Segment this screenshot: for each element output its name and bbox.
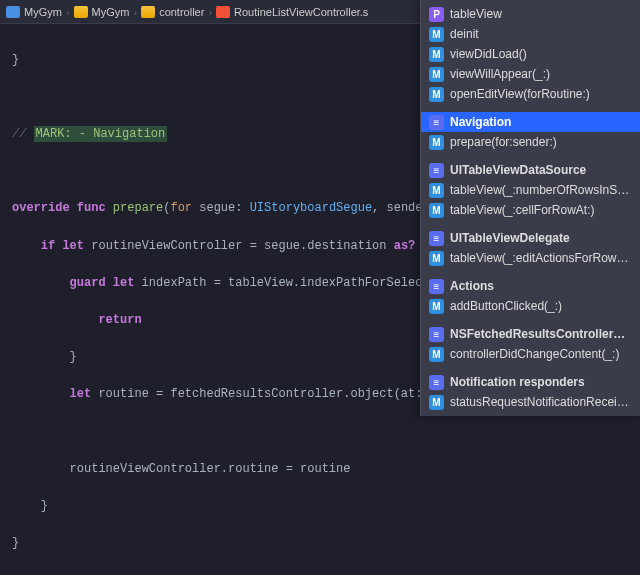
symbol-label: deinit <box>450 27 479 41</box>
symbol-item[interactable]: MopenEditView(forRoutine:) <box>421 84 640 104</box>
symbol-item[interactable]: MviewDidLoad() <box>421 44 640 64</box>
section-icon: ≡ <box>429 279 444 294</box>
symbol-item[interactable]: Mdeinit <box>421 24 640 44</box>
chevron-right-icon: › <box>133 6 137 18</box>
separator <box>421 268 640 276</box>
symbol-label: addButtonClicked(_:) <box>450 299 562 313</box>
breadcrumb-item[interactable]: MyGym <box>74 6 130 18</box>
symbol-item[interactable]: McontrollerDidChangeContent(_:) <box>421 344 640 364</box>
separator <box>421 104 640 112</box>
method-icon: M <box>429 67 444 82</box>
symbol-label: Navigation <box>450 115 511 129</box>
symbol-label: openEditView(forRoutine:) <box>450 87 590 101</box>
symbol-label: viewWillAppear(_:) <box>450 67 550 81</box>
method-icon: M <box>429 87 444 102</box>
code-line <box>12 422 640 441</box>
method-icon: M <box>429 299 444 314</box>
section-icon: ≡ <box>429 163 444 178</box>
code-line <box>12 571 640 575</box>
symbol-item[interactable]: PtableView <box>421 4 640 24</box>
chevron-right-icon: › <box>208 6 212 18</box>
symbol-label: UITableViewDelegate <box>450 231 570 245</box>
breadcrumb-label: MyGym <box>24 6 62 18</box>
symbol-item[interactable]: ≡Notification responders <box>421 372 640 392</box>
symbol-label: Actions <box>450 279 494 293</box>
symbol-label: UITableViewDataSource <box>450 163 586 177</box>
method-icon: M <box>429 47 444 62</box>
property-icon: P <box>429 7 444 22</box>
chevron-right-icon: › <box>66 6 70 18</box>
breadcrumb-label: controller <box>159 6 204 18</box>
proj-icon <box>6 6 20 18</box>
symbol-label: NSFetchedResultsControllerDelegate <box>450 327 632 341</box>
symbol-label: tableView(_:numberOfRowsInSection <box>450 183 632 197</box>
breadcrumb-item[interactable]: MyGym <box>6 6 62 18</box>
symbol-item[interactable]: ≡NSFetchedResultsControllerDelegate <box>421 324 640 344</box>
symbol-item[interactable]: MstatusRequestNotificationReceived( <box>421 392 640 412</box>
folder-icon <box>74 6 88 18</box>
method-icon: M <box>429 395 444 410</box>
symbol-item[interactable]: MtableView(_:numberOfRowsInSection <box>421 180 640 200</box>
symbol-item[interactable]: ≡UITableViewDataSource <box>421 160 640 180</box>
method-icon: M <box>429 203 444 218</box>
breadcrumb-label: RoutineListViewController.s <box>234 6 368 18</box>
symbol-item[interactable]: ≡UITableViewDelegate <box>421 228 640 248</box>
separator <box>421 152 640 160</box>
symbol-label: tableView <box>450 7 502 21</box>
folder-icon <box>141 6 155 18</box>
breadcrumb-label: MyGym <box>92 6 130 18</box>
section-icon: ≡ <box>429 375 444 390</box>
symbol-item[interactable]: MtableView(_:cellForRowAt:) <box>421 200 640 220</box>
symbol-item[interactable]: MaddButtonClicked(_:) <box>421 296 640 316</box>
method-icon: M <box>429 183 444 198</box>
symbol-item[interactable]: ≡Navigation <box>421 112 640 132</box>
symbol-label: Notification responders <box>450 375 585 389</box>
breadcrumb-item[interactable]: RoutineListViewController.s <box>216 6 368 18</box>
symbol-item[interactable]: ≡Actions <box>421 276 640 296</box>
symbol-label: controllerDidChangeContent(_:) <box>450 347 619 361</box>
symbol-item[interactable]: Mprepare(for:sender:) <box>421 132 640 152</box>
symbol-label: prepare(for:sender:) <box>450 135 557 149</box>
code-line: } <box>12 497 640 516</box>
symbol-item[interactable]: MviewWillAppear(_:) <box>421 64 640 84</box>
method-icon: M <box>429 347 444 362</box>
method-icon: M <box>429 251 444 266</box>
section-icon: ≡ <box>429 115 444 130</box>
symbol-label: tableView(_:cellForRowAt:) <box>450 203 595 217</box>
method-icon: M <box>429 135 444 150</box>
section-icon: ≡ <box>429 231 444 246</box>
symbol-label: viewDidLoad() <box>450 47 527 61</box>
separator <box>421 220 640 228</box>
method-icon: M <box>429 27 444 42</box>
code-line: routineViewController.routine = routine <box>12 460 640 479</box>
section-icon: ≡ <box>429 327 444 342</box>
code-line: } <box>12 534 640 553</box>
symbol-label: statusRequestNotificationReceived( <box>450 395 632 409</box>
swift-icon <box>216 6 230 18</box>
symbol-item[interactable]: MtableView(_:editActionsForRowAt:) <box>421 248 640 268</box>
symbol-label: tableView(_:editActionsForRowAt:) <box>450 251 632 265</box>
separator <box>421 316 640 324</box>
breadcrumb-item[interactable]: controller <box>141 6 204 18</box>
symbol-popup[interactable]: PtableViewMdeinitMviewDidLoad()MviewWill… <box>420 0 640 416</box>
separator <box>421 364 640 372</box>
